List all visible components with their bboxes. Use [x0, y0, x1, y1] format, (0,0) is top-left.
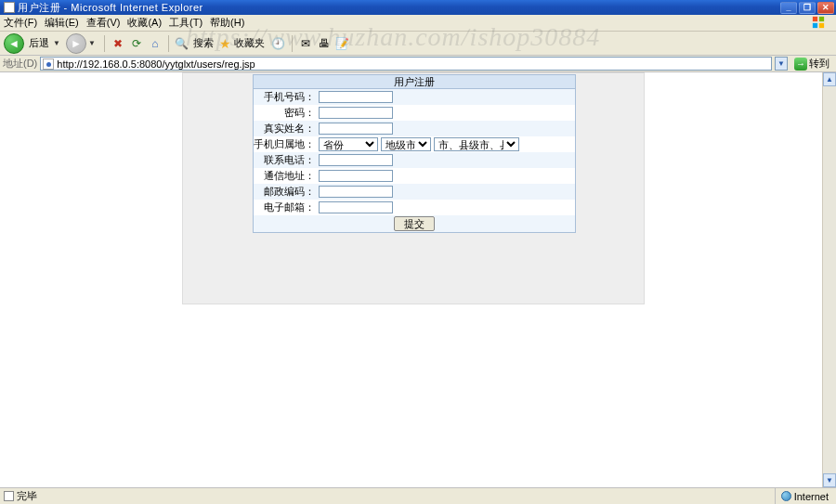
history-icon[interactable]: 🕘 — [270, 35, 287, 52]
realname-input[interactable] — [319, 123, 393, 135]
content-area: 用户注册 手机号码： 密码： 真实姓名： 手机归属地： 省份 — [0, 72, 822, 487]
status-right: Internet — [775, 488, 836, 504]
phone-label: 手机号码： — [254, 90, 317, 104]
address-input-form[interactable] — [319, 170, 393, 182]
row-password: 密码： — [254, 105, 575, 121]
page-viewport: 用户注册 手机号码： 密码： 真实姓名： 手机归属地： 省份 — [0, 72, 836, 487]
email-label: 电子邮箱： — [254, 200, 317, 214]
status-left: 完毕 — [0, 489, 775, 503]
status-bar: 完毕 Internet — [0, 487, 836, 504]
registration-form: 用户注册 手机号码： 密码： 真实姓名： 手机归属地： 省份 — [253, 74, 576, 233]
back-button[interactable]: ◄ — [4, 33, 24, 54]
favorites-icon[interactable]: ★ — [219, 36, 231, 51]
maximize-button[interactable]: ❐ — [799, 2, 816, 14]
county-select[interactable]: 市、县级市、县 — [434, 137, 519, 151]
forward-button: ► — [66, 33, 86, 54]
contact-label: 联系电话： — [254, 153, 317, 167]
scroll-up-icon[interactable]: ▲ — [823, 72, 836, 86]
row-contact: 联系电话： — [254, 152, 575, 168]
svg-rect-2 — [813, 23, 817, 28]
menu-favorites[interactable]: 收藏(A) — [127, 16, 162, 30]
edit-icon[interactable]: 📝 — [334, 35, 351, 52]
row-location: 手机归属地： 省份 地级市 市、县级市、县 — [254, 136, 575, 152]
search-label[interactable]: 搜索 — [193, 36, 214, 50]
windows-logo-icon — [810, 15, 827, 30]
password-input[interactable] — [319, 107, 393, 119]
internet-zone-icon — [781, 491, 791, 501]
submit-button[interactable]: 提交 — [394, 216, 435, 231]
email-input[interactable] — [319, 201, 393, 213]
url-page-icon — [43, 58, 54, 70]
svg-rect-1 — [819, 17, 824, 21]
favorites-label[interactable]: 收藏夹 — [234, 36, 265, 50]
postal-input[interactable] — [319, 186, 393, 198]
phone-input[interactable] — [319, 91, 393, 103]
back-label[interactable]: 后退 — [29, 36, 49, 50]
row-submit: 提交 — [254, 215, 575, 232]
search-icon[interactable]: 🔍 — [174, 35, 190, 52]
menu-file[interactable]: 文件(F) — [4, 16, 37, 30]
window-title: 用户注册 - Microsoft Internet Explorer — [18, 1, 780, 15]
location-label: 手机归属地： — [254, 137, 317, 151]
row-address: 通信地址： — [254, 168, 575, 184]
window-titlebar: 用户注册 - Microsoft Internet Explorer _ ❐ ✕ — [0, 0, 836, 15]
svg-rect-0 — [813, 17, 817, 21]
status-done-text: 完毕 — [17, 489, 37, 503]
svg-rect-3 — [819, 23, 824, 28]
print-icon[interactable]: 🖶 — [316, 35, 333, 52]
row-realname: 真实姓名： — [254, 121, 575, 136]
scroll-down-icon[interactable]: ▼ — [823, 473, 836, 487]
row-email: 电子邮箱： — [254, 200, 575, 215]
row-phone: 手机号码： — [254, 89, 575, 105]
home-icon[interactable]: ⌂ — [147, 35, 163, 52]
go-button[interactable]: → 转到 — [790, 57, 833, 71]
mail-icon[interactable]: ✉ — [297, 35, 314, 52]
scroll-track[interactable] — [823, 86, 836, 473]
address-dropdown-icon[interactable]: ▼ — [775, 57, 788, 71]
back-dropdown-icon[interactable]: ▼ — [53, 39, 60, 47]
page-icon — [4, 2, 15, 13]
go-arrow-icon: → — [794, 58, 807, 71]
address-label: 地址(D) — [3, 57, 37, 71]
menu-bar: 文件(F) 编辑(E) 查看(V) 收藏(A) 工具(T) 帮助(H) — [0, 15, 836, 32]
province-select[interactable]: 省份 — [319, 137, 378, 151]
vertical-scrollbar[interactable]: ▲ ▼ — [822, 72, 836, 487]
city-select[interactable]: 地级市 — [381, 137, 431, 151]
go-label: 转到 — [809, 57, 829, 71]
menu-view[interactable]: 查看(V) — [86, 16, 121, 30]
contact-input[interactable] — [319, 154, 393, 166]
status-page-icon — [4, 491, 14, 501]
toolbar: ◄ 后退 ▼ ► ▼ ✖ ⟳ ⌂ 🔍 搜索 ★ 收藏夹 🕘 ✉ 🖶 📝 — [0, 32, 836, 56]
forward-dropdown-icon[interactable]: ▼ — [88, 39, 96, 47]
toolbar-separator — [168, 35, 169, 52]
address-label-form: 通信地址： — [254, 169, 317, 183]
stop-icon[interactable]: ✖ — [110, 35, 126, 52]
close-button[interactable]: ✕ — [817, 2, 834, 14]
status-zone-text: Internet — [794, 491, 829, 502]
toolbar-separator — [292, 35, 293, 52]
menu-edit[interactable]: 编辑(E) — [45, 16, 79, 30]
row-postal: 邮政编码： — [254, 184, 575, 200]
menu-tools[interactable]: 工具(T) — [169, 16, 202, 30]
password-label: 密码： — [254, 106, 317, 120]
menu-help[interactable]: 帮助(H) — [210, 16, 244, 30]
window-buttons: _ ❐ ✕ — [780, 2, 834, 14]
postal-label: 邮政编码： — [254, 185, 317, 199]
address-bar: 地址(D) ▼ → 转到 — [0, 56, 836, 72]
realname-label: 真实姓名： — [254, 122, 317, 136]
refresh-icon[interactable]: ⟳ — [128, 35, 145, 52]
form-title: 用户注册 — [254, 75, 575, 89]
address-input[interactable] — [57, 58, 769, 70]
toolbar-separator — [104, 35, 105, 52]
minimize-button[interactable]: _ — [780, 2, 797, 14]
address-input-wrap[interactable] — [40, 57, 772, 71]
